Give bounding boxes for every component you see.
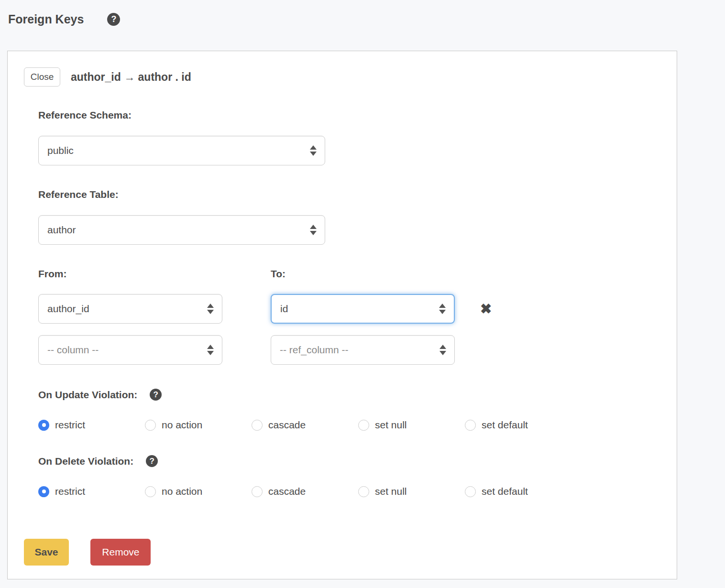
radio-unchecked-icon[interactable] — [465, 420, 476, 431]
on-update-set-default-option[interactable]: set default — [465, 419, 571, 431]
radio-unchecked-icon[interactable] — [358, 420, 369, 431]
from-label: From: — [38, 269, 222, 279]
select-arrows-icon — [310, 225, 317, 235]
reference-table-group: Reference Table: author — [38, 189, 660, 245]
reference-schema-select[interactable]: public — [38, 136, 325, 165]
radio-unchecked-icon[interactable] — [145, 486, 156, 497]
select-arrows-icon — [207, 304, 214, 314]
help-icon[interactable]: ? — [107, 13, 120, 26]
select-arrows-icon — [439, 345, 446, 355]
radio-label: cascade — [268, 486, 306, 497]
on-delete-violation-options: restrict no action cascade set null set … — [38, 486, 660, 497]
on-update-violation-group: On Update Violation: ? restrict no actio… — [38, 389, 660, 431]
on-delete-violation-group: On Delete Violation: ? restrict no actio… — [38, 455, 660, 497]
to-ref-column-placeholder-value: -- ref_column -- — [280, 344, 349, 356]
from-column-select[interactable]: author_id — [38, 294, 222, 324]
radio-label: restrict — [55, 486, 85, 497]
on-delete-violation-label: On Delete Violation: — [38, 456, 133, 467]
from-column-value: author_id — [47, 303, 89, 315]
radio-unchecked-icon[interactable] — [358, 486, 369, 497]
on-update-restrict-option[interactable]: restrict — [38, 419, 145, 431]
on-update-cascade-option[interactable]: cascade — [252, 419, 358, 431]
radio-unchecked-icon[interactable] — [252, 486, 263, 497]
reference-schema-value: public — [47, 145, 74, 156]
radio-label: no action — [162, 486, 202, 497]
to-label: To: — [271, 269, 455, 279]
on-update-set-null-option[interactable]: set null — [358, 419, 465, 431]
select-arrows-icon — [310, 145, 317, 156]
radio-label: cascade — [268, 419, 306, 431]
reference-table-value: author — [47, 224, 76, 236]
column-mapping-section: From: author_id -- column -- To: id -- r… — [38, 269, 660, 365]
page-header: Foreign Keys ? — [0, 0, 725, 31]
on-delete-restrict-option[interactable]: restrict — [38, 486, 145, 497]
radio-label: set null — [375, 486, 407, 497]
on-delete-no-action-option[interactable]: no action — [145, 486, 252, 497]
select-arrows-icon — [207, 345, 214, 355]
editor-actions: Save Remove — [24, 539, 660, 566]
foreign-keys-page: { "page": { "title": "Foreign Keys" }, "… — [0, 0, 725, 588]
reference-table-select[interactable]: author — [38, 215, 325, 245]
save-button[interactable]: Save — [24, 539, 69, 566]
foreign-key-editor-panel: Close author_id → author . id Reference … — [7, 51, 677, 579]
foreign-key-heading: author_id → author . id — [71, 71, 191, 84]
radio-checked-icon[interactable] — [38, 486, 49, 497]
reference-table-label: Reference Table: — [38, 189, 660, 200]
from-column-placeholder-select[interactable]: -- column -- — [38, 335, 222, 365]
on-delete-set-default-option[interactable]: set default — [465, 486, 571, 497]
radio-label: restrict — [55, 419, 85, 431]
on-update-violation-options: restrict no action cascade set null set … — [38, 419, 660, 431]
editor-header: Close author_id → author . id — [24, 67, 660, 87]
close-button[interactable]: Close — [24, 67, 60, 87]
to-ref-column-select[interactable]: id — [271, 294, 455, 324]
radio-unchecked-icon[interactable] — [465, 486, 476, 497]
to-column: To: id -- ref_column -- — [271, 269, 455, 365]
foreign-key-form: Reference Schema: public Reference Table… — [38, 110, 660, 497]
reference-schema-label: Reference Schema: — [38, 110, 660, 120]
to-ref-column-value: id — [280, 303, 288, 315]
on-delete-set-null-option[interactable]: set null — [358, 486, 465, 497]
radio-label: no action — [162, 419, 202, 431]
help-icon[interactable]: ? — [146, 455, 158, 467]
radio-label: set null — [375, 419, 407, 431]
from-column-placeholder-value: -- column -- — [47, 344, 99, 356]
radio-checked-icon[interactable] — [38, 420, 49, 431]
select-arrows-icon — [439, 304, 446, 314]
help-icon[interactable]: ? — [150, 389, 162, 401]
reference-schema-group: Reference Schema: public — [38, 110, 660, 165]
radio-unchecked-icon[interactable] — [252, 420, 263, 431]
on-update-violation-label: On Update Violation: — [38, 390, 137, 400]
page-title: Foreign Keys — [8, 12, 84, 26]
to-ref-column-placeholder-select[interactable]: -- ref_column -- — [271, 335, 455, 365]
on-update-no-action-option[interactable]: no action — [145, 419, 252, 431]
remove-button[interactable]: Remove — [90, 539, 151, 566]
radio-label: set default — [482, 419, 528, 431]
radio-label: set default — [482, 486, 528, 497]
remove-mapping-icon[interactable]: ✖ — [480, 302, 492, 316]
from-column: From: author_id -- column -- — [38, 269, 222, 365]
on-delete-cascade-option[interactable]: cascade — [252, 486, 358, 497]
radio-unchecked-icon[interactable] — [145, 420, 156, 431]
